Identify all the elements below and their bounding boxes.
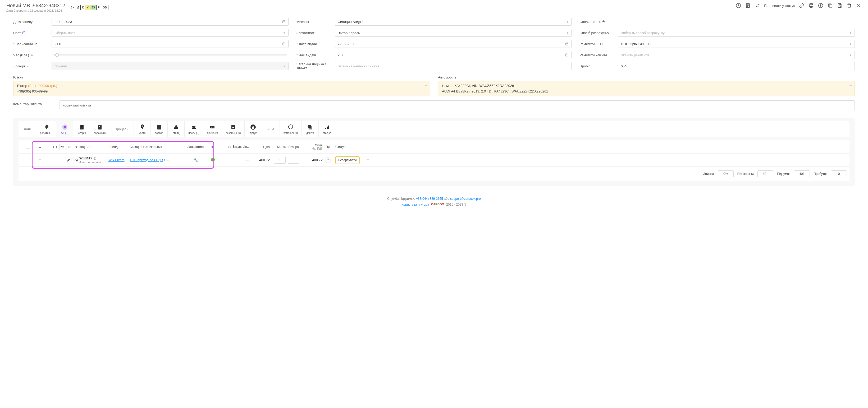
issue-date-input[interactable]: 22-02-2023 — [335, 40, 572, 48]
page-title: Новий MRD-6342-848312 — [6, 3, 65, 8]
select-all-checkbox[interactable] — [26, 145, 30, 149]
part-desc: Фільтри паливні — [79, 161, 108, 164]
svg-rect-24 — [192, 126, 195, 128]
wrench-icon[interactable]: 🔧 — [193, 158, 198, 162]
date-label: Дата запису — [13, 20, 52, 24]
tab-history[interactable]: історія — [73, 121, 90, 137]
th-brand: Бренд — [108, 145, 130, 149]
reserve-button[interactable]: Резервувати — [335, 157, 360, 164]
svg-rect-38 — [68, 146, 69, 148]
agreement-link[interactable]: Користувача угода — [402, 203, 429, 206]
requisites-sto-select[interactable]: ФОП Кірюшкін О.В.▼ — [618, 40, 855, 48]
tab-works[interactable]: роботи (1) — [36, 121, 56, 137]
tab-group-other: Інше — [261, 121, 279, 137]
support-phone-link[interactable]: +38(044) 389-3355 — [416, 197, 443, 201]
qty-input[interactable]: 1 — [274, 157, 286, 164]
swap-icon[interactable] — [754, 3, 761, 8]
favorite-button[interactable]: ★ — [73, 144, 79, 150]
badge-zk[interactable]: ЗК — [69, 5, 75, 10]
dollar-icon[interactable] — [818, 3, 824, 8]
tab-inspection[interactable]: огляд — [167, 121, 184, 137]
time-slider[interactable] — [52, 55, 288, 56]
tab-stats[interactable]: стат-ка — [318, 121, 335, 137]
payment-label: Спосіб розрахунку — [580, 31, 618, 35]
requisites-client-select[interactable]: Вкажіть реквізити▼ — [618, 51, 855, 59]
payment-select[interactable]: Виберіть спосіб розрахунку▼ — [618, 29, 855, 37]
document-icon[interactable] — [745, 3, 751, 8]
help-icon[interactable] — [736, 3, 741, 8]
row-checkbox[interactable] — [26, 158, 30, 162]
scheduled-label: * Записаний на — [13, 42, 52, 46]
badge-d[interactable]: Д — [75, 5, 81, 10]
svg-point-27 — [213, 127, 214, 128]
tab-request[interactable]: заявка — [151, 121, 167, 137]
print-icon[interactable] — [808, 3, 814, 8]
badge-r[interactable]: Р — [96, 5, 101, 10]
badge-zz[interactable]: ЗЗ — [90, 5, 96, 10]
svg-point-26 — [211, 127, 212, 128]
th-ih: ІН — [206, 145, 219, 149]
svg-rect-37 — [68, 146, 68, 148]
close-icon[interactable] — [856, 3, 862, 8]
vin-button[interactable]: VIN — [59, 144, 65, 150]
tab-posts[interactable]: пости (0) — [184, 121, 203, 137]
location-select[interactable]: Локація▼ — [52, 62, 288, 70]
copy-icon[interactable] — [827, 3, 833, 8]
comment-input[interactable] — [60, 100, 855, 110]
client-menu-icon[interactable]: ≡ — [425, 84, 427, 89]
svg-rect-6 — [829, 5, 832, 7]
partsman-select[interactable]: Віктор Король▼ — [335, 29, 572, 37]
car-menu-icon[interactable]: ≡ — [849, 84, 852, 89]
barcode-button[interactable] — [66, 144, 72, 150]
svg-rect-4 — [810, 6, 812, 8]
add-part-button[interactable]: + — [45, 144, 51, 150]
mileage-input[interactable]: 65465 — [618, 62, 855, 70]
svg-text:R: R — [435, 203, 437, 206]
scheduled-input[interactable]: 2:00 — [52, 40, 288, 48]
header-menu-icon[interactable]: ≡ — [38, 144, 41, 149]
status-badges: ЗК Д К У ЗЗ Р ОВ — [69, 5, 108, 10]
tab-parts[interactable]: з/ч (1) — [56, 121, 73, 137]
partsman-label: Запчастист — [297, 31, 335, 35]
view-button[interactable] — [73, 157, 79, 163]
tab-group-processes: Процеси — [109, 121, 133, 137]
tab-tasks[interactable]: задачі (0) — [90, 121, 109, 137]
part-code[interactable]: WF8412 — [79, 156, 92, 160]
save-icon[interactable] — [837, 3, 843, 8]
tab-comments[interactable]: комен-рі (0) — [280, 121, 302, 137]
tab-recom[interactable]: реком-ції (0) — [222, 121, 244, 137]
top-bar: Новий MRD-6342-848312 Дата Створення: 22… — [0, 0, 868, 15]
paid-label: Сплачено 0 ₴ — [580, 20, 618, 24]
issue-time-label: * Час видачі — [297, 53, 335, 57]
badge-ov[interactable]: ОВ — [101, 5, 108, 10]
row-menu-icon[interactable]: ≡ — [38, 158, 41, 163]
brand-link[interactable]: Wix Filters — [108, 158, 125, 162]
reserve-input[interactable]: 0 — [288, 157, 299, 164]
support-email-link[interactable]: support@carbook.pro — [450, 197, 481, 201]
catalog-button[interactable] — [52, 144, 58, 150]
row-actions-icon[interactable]: ≡ — [366, 158, 369, 162]
copy-code-icon[interactable] — [93, 157, 96, 160]
svg-rect-18 — [81, 127, 83, 127]
edit-button[interactable] — [65, 157, 71, 163]
discount-value[interactable]: 0% — [718, 170, 734, 177]
pd-help-icon[interactable]: ? — [325, 157, 331, 163]
tab-map[interactable]: карта — [133, 121, 151, 137]
issue-time-input[interactable]: 2:00 — [335, 51, 572, 59]
requisites-sto-label: Реквізити СТО — [580, 42, 618, 46]
tab-feedback[interactable]: відгук — [244, 121, 261, 137]
date-input[interactable]: 22-02-2023 — [52, 18, 288, 26]
post-select[interactable]: Оберіть пост▼ — [52, 29, 288, 37]
badge-k[interactable]: К — [81, 5, 85, 10]
tab-docs[interactable]: док-ти — [302, 121, 318, 137]
th-sum: Сумабез ПДВ — [302, 143, 323, 150]
mechanic-select[interactable]: Сеницин Андрій▼ — [335, 18, 572, 26]
link-icon[interactable] — [799, 3, 805, 8]
markup-input[interactable]: Загальна націнка / знижка — [335, 62, 572, 70]
mileage-label: Пробіг — [580, 64, 618, 68]
transfer-status-label[interactable]: Перевести у статус — [764, 4, 795, 8]
badge-u[interactable]: У — [85, 5, 90, 10]
delete-icon[interactable] — [846, 3, 852, 8]
tab-diag[interactable]: діагно-ка — [203, 121, 222, 137]
supplier-link[interactable]: ТОВ приход без ПДВ — [130, 158, 163, 162]
